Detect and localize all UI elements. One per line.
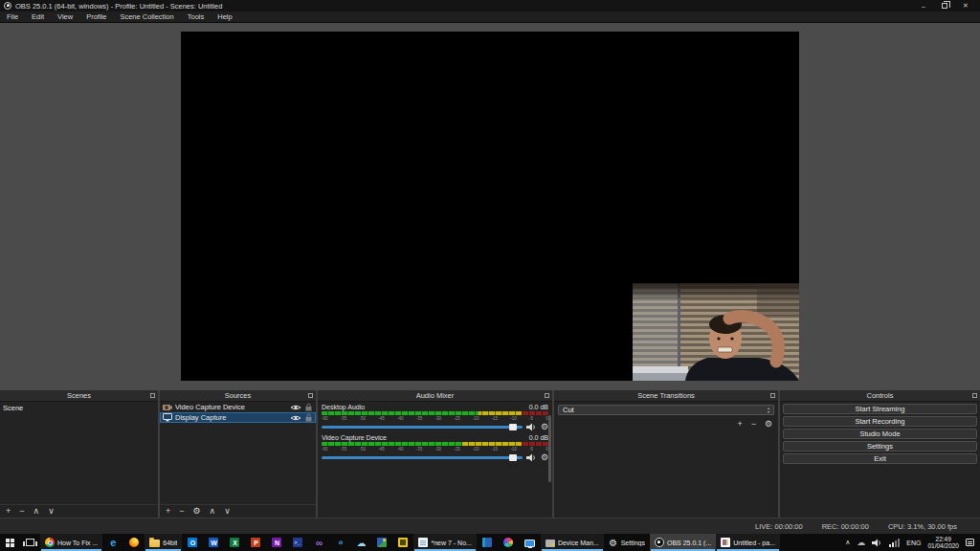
taskbar-item-paint[interactable]: Untitled - pa...: [716, 534, 780, 551]
source-row-video-capture[interactable]: Video Capture Device: [160, 402, 316, 412]
menu-view[interactable]: View: [51, 11, 79, 22]
language-indicator[interactable]: ENG: [906, 540, 921, 546]
start-button[interactable]: [0, 534, 20, 551]
taskbar-item-settings[interactable]: ⚙ Settings: [604, 534, 650, 551]
taskbar-item-firefox[interactable]: [123, 534, 145, 551]
volume-slider[interactable]: [322, 456, 523, 459]
meter-scale: -60-55-50-45-40-35-30-25-20-15-10-50: [322, 416, 548, 421]
transition-select[interactable]: Cut ▴▾: [558, 405, 774, 415]
scene-up-button[interactable]: ∧: [33, 505, 40, 518]
add-source-button[interactable]: +: [166, 505, 170, 518]
tray-chevron-icon[interactable]: ∧: [845, 539, 850, 546]
menu-help[interactable]: Help: [211, 11, 238, 22]
taskbar-item-edge[interactable]: e: [102, 534, 123, 551]
source-up-button[interactable]: ∧: [210, 505, 216, 518]
audio-mixer-title: Audio Mixer: [416, 391, 455, 400]
taskbar-item-chrome[interactable]: How To Fix ...: [40, 534, 102, 551]
scene-transitions-header: Scene Transitions: [554, 390, 778, 402]
taskbar-item-label: How To Fix ...: [57, 540, 98, 546]
taskbar-item-visual-studio[interactable]: ∞: [308, 534, 329, 551]
lock-icon[interactable]: [304, 413, 313, 422]
settings-button[interactable]: Settings: [783, 441, 977, 452]
exit-button[interactable]: Exit: [783, 453, 977, 464]
controls-header: Controls: [780, 390, 980, 402]
notepad-icon: [418, 538, 428, 547]
close-button[interactable]: ✕: [955, 0, 976, 11]
live-time: LIVE: 00:00:00: [755, 522, 803, 531]
taskbar-item-image-viewer[interactable]: [392, 534, 413, 551]
volume-slider-handle[interactable]: [509, 424, 517, 430]
taskbar-item-pinwheel[interactable]: [498, 534, 519, 551]
webcam-source[interactable]: [633, 283, 799, 381]
scenes-toolbar: + − ∧ ∨: [0, 504, 158, 518]
menu-scene-collection[interactable]: Scene Collection: [113, 11, 180, 22]
workspace: [0, 23, 980, 390]
taskbar-item-notepad[interactable]: *new 7 - No...: [413, 534, 476, 551]
menu-file[interactable]: File: [0, 11, 25, 22]
preview-canvas[interactable]: [181, 32, 799, 381]
add-scene-button[interactable]: +: [6, 505, 11, 518]
taskbar-item-onenote[interactable]: N: [266, 534, 287, 551]
taskbar-item-monitor-app[interactable]: [519, 534, 541, 551]
visibility-eye-icon[interactable]: [290, 414, 301, 422]
menu-profile[interactable]: Profile: [79, 11, 113, 22]
obs-titlebar: OBS 25.0.1 (64-bit, windows) - Profile: …: [0, 0, 980, 11]
mixer-scrollbar[interactable]: [548, 415, 551, 482]
powershell-icon: >_: [293, 538, 302, 547]
start-streaming-button[interactable]: Start Streaming: [783, 404, 977, 414]
taskbar-item-word[interactable]: W: [203, 534, 224, 551]
menu-edit[interactable]: Edit: [25, 11, 51, 22]
restore-button[interactable]: [934, 0, 955, 11]
volume-slider-handle[interactable]: [509, 454, 517, 461]
taskbar-item-powerpoint[interactable]: P: [245, 534, 266, 551]
lock-icon[interactable]: [304, 403, 313, 411]
weather-icon: ☁: [356, 538, 366, 547]
taskbar-item-device-manager[interactable]: Device Man...: [541, 534, 604, 551]
source-label: Display Capture: [175, 413, 287, 422]
action-center-icon[interactable]: [966, 539, 974, 546]
speaker-icon[interactable]: [526, 423, 537, 431]
taskbar-item-excel[interactable]: X: [224, 534, 245, 551]
mixer-gear-icon[interactable]: ⚙: [541, 453, 548, 462]
taskbar-item-folder[interactable]: 64bit: [145, 534, 182, 551]
clock[interactable]: 22:49 01/04/2020: [927, 536, 959, 549]
studio-mode-button[interactable]: Studio Mode: [783, 429, 977, 439]
firefox-icon: [129, 538, 139, 547]
taskbar-item-photos[interactable]: [371, 534, 392, 551]
mixer-gear-icon[interactable]: ⚙: [541, 423, 548, 431]
add-transition-button[interactable]: +: [737, 419, 742, 429]
taskbar-item-outlook[interactable]: O: [182, 534, 203, 551]
onenote-icon: N: [272, 538, 281, 547]
menu-tools[interactable]: Tools: [181, 11, 212, 22]
source-properties-button[interactable]: ⚙: [193, 505, 201, 518]
desktop: OBS 25.0.1 (64-bit, windows) - Profile: …: [0, 0, 980, 551]
volume-slider[interactable]: [322, 426, 523, 429]
vscode-icon: ‹›: [335, 538, 345, 547]
taskbar-item-obs[interactable]: OBS 25.0.1 (...: [650, 534, 716, 551]
webcam-person: [633, 283, 799, 381]
camera-icon: [163, 403, 172, 411]
taskbar-item-store[interactable]: [477, 534, 498, 551]
settings-gear-icon: ⚙: [609, 538, 618, 547]
speaker-icon[interactable]: [526, 453, 537, 462]
scene-down-button[interactable]: ∨: [48, 505, 55, 518]
remove-scene-button[interactable]: −: [19, 505, 24, 518]
source-row-display-capture[interactable]: Display Capture: [160, 412, 316, 423]
source-down-button[interactable]: ∨: [224, 505, 231, 518]
transition-properties-button[interactable]: ⚙: [765, 419, 772, 429]
task-view-button[interactable]: [20, 534, 40, 551]
onedrive-cloud-icon[interactable]: ☁: [857, 538, 865, 547]
tray-speaker-icon[interactable]: [872, 539, 882, 547]
scene-list-item[interactable]: Scene: [0, 402, 158, 414]
start-recording-button[interactable]: Start Recording: [783, 416, 977, 427]
taskbar-item-weather[interactable]: ☁: [350, 534, 371, 551]
remove-transition-button[interactable]: −: [751, 419, 756, 429]
mixer-video-capture: Video Capture Device 0.0 dB -60-55-50-45…: [318, 432, 552, 463]
visibility-eye-icon[interactable]: [290, 404, 301, 411]
taskbar-item-powershell[interactable]: >_: [287, 534, 308, 551]
taskbar-item-vscode[interactable]: ‹›: [329, 534, 350, 551]
remove-source-button[interactable]: −: [179, 505, 184, 518]
minimize-button[interactable]: –: [913, 0, 934, 11]
network-icon[interactable]: [889, 539, 900, 547]
photos-icon: [377, 538, 387, 547]
